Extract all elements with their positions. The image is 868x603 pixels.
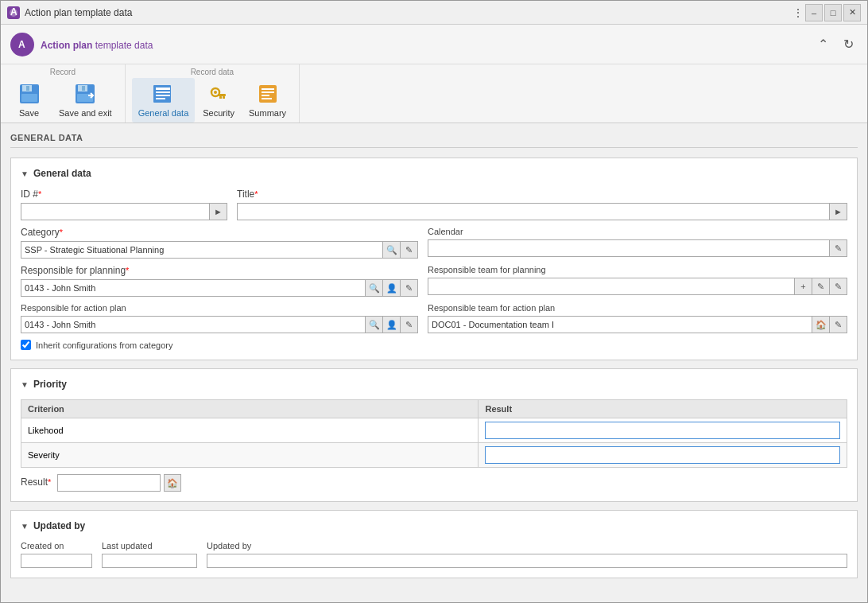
resp-team-edit2-button[interactable]: ✎ [830,278,847,295]
security-icon [206,81,231,107]
collapse-arrow-general: ▼ [21,169,29,178]
responsible-planning-row: Responsible for planning* 🔍 👤 ✎ Responsi… [21,265,847,297]
refresh-button[interactable]: ↻ [839,35,858,54]
criterion-header: Criterion [21,400,479,418]
likehood-result-cell [479,418,847,443]
save-button[interactable]: Save [7,78,51,123]
resp-team-action-select-group: DOC01 - Documentation team I 🏠 ✎ [428,316,847,333]
record-group-label: Record [7,68,118,76]
created-on-group: Created on [21,541,92,568]
save-and-exit-label: Save and exit [59,108,112,118]
main-window: A Action plan template data ⋮ – □ ✕ A Ac… [0,0,868,603]
summary-icon [255,81,281,107]
result-label: Result* [21,477,51,488]
save-label: Save [19,108,39,118]
resp-team-action-home-button[interactable]: 🏠 [812,316,830,333]
minimize-button[interactable]: – [805,4,823,21]
id-browse-button[interactable]: ► [210,203,227,220]
resp-planning-input[interactable] [21,279,366,297]
category-required: * [60,228,63,237]
calendar-field-group: Calendar ✎ [428,227,847,259]
restore-button[interactable]: □ [824,4,842,21]
app-title-rest: template data [92,40,153,51]
resp-action-edit-button[interactable]: ✎ [401,316,418,333]
category-edit-button[interactable]: ✎ [401,241,418,259]
priority-panel: ▼ Priority Criterion Result Likehood [10,368,858,502]
general-data-button[interactable]: General data [132,78,196,123]
result-input-group: 🏠 [57,474,181,492]
id-label: ID #* [21,189,227,200]
resp-planning-person-button[interactable]: 👤 [383,279,401,297]
record-data-buttons: General data Security [132,78,293,123]
svg-rect-20 [218,94,226,96]
app-title-colored: Action plan [41,40,92,51]
updated-by-input[interactable] [207,554,847,568]
priority-title-text: Priority [33,379,67,390]
resp-team-action-select[interactable]: DOC01 - Documentation team I [428,316,812,333]
summary-label: Summary [249,108,286,118]
likehood-cell: Likehood [21,418,479,443]
svg-rect-23 [259,85,277,103]
resp-planning-search-button[interactable]: 🔍 [366,279,383,297]
updated-by-section-title[interactable]: ▼ Updated by [21,520,847,531]
svg-rect-21 [223,96,225,99]
result-lookup-button[interactable]: 🏠 [164,474,181,492]
resp-planning-label: Responsible for planning* [21,265,418,276]
resp-action-input[interactable] [21,316,366,333]
result-input[interactable] [57,474,161,492]
last-updated-group: Last updated [102,541,197,568]
title-bar-left: A Action plan template data [7,6,132,19]
resp-team-action-group: Responsible team for action plan DOC01 -… [428,303,847,333]
summary-button[interactable]: Summary [242,78,293,123]
resp-team-action-edit-button[interactable]: ✎ [830,316,847,333]
resp-planning-required: * [126,266,129,275]
table-row: Severity [21,443,847,468]
resp-action-group: Responsible for action plan 🔍 👤 ✎ [21,303,418,333]
result-header: Result [479,400,847,418]
title-browse-button[interactable]: ► [830,203,847,220]
severity-select[interactable] [485,446,840,464]
created-on-label: Created on [21,541,92,550]
title-label: Title* [237,189,847,200]
window-controls: ⋮ – □ ✕ [792,4,861,21]
save-and-exit-icon [72,81,98,107]
close-button[interactable]: ✕ [843,4,861,21]
more-options-button[interactable]: ⋮ [792,4,804,21]
record-data-group-label: Record data [132,68,293,76]
priority-section-title[interactable]: ▼ Priority [21,379,847,390]
likehood-select[interactable] [485,422,840,439]
resp-team-planning-group: Responsible team for planning + ✎ ✎ [428,265,847,297]
updated-by-panel: ▼ Updated by Created on Last updated Upd… [10,510,858,578]
last-updated-input[interactable] [102,554,197,568]
id-input-group: ► [21,203,227,220]
inherit-checkbox-label: Inherit configurations from category [36,340,172,350]
svg-point-19 [214,91,217,94]
toolbar-record-group: Record Save [1,64,126,123]
resp-team-edit-button[interactable]: ✎ [812,278,830,295]
resp-team-planning-select[interactable] [428,278,795,295]
calendar-select[interactable] [428,239,830,257]
category-label: Category* [21,227,418,238]
created-on-input[interactable] [21,554,92,568]
collapse-button[interactable]: ⌃ [813,35,832,54]
category-input[interactable] [21,241,383,259]
resp-action-search-button[interactable]: 🔍 [366,316,383,333]
likehood-select-group [485,422,840,439]
priority-table: Criterion Result Likehood [21,399,847,468]
id-input[interactable] [21,203,210,220]
calendar-edit-button[interactable]: ✎ [830,239,847,257]
security-button[interactable]: Security [196,78,241,123]
main-content: GENERAL DATA ▼ General data ID #* ► [1,123,867,602]
save-and-exit-button[interactable]: Save and exit [52,78,118,123]
resp-planning-edit-button[interactable]: ✎ [401,279,418,297]
inherit-checkbox[interactable] [21,340,31,350]
svg-rect-16 [156,95,170,96]
title-input[interactable] [237,203,830,220]
section-header-label: GENERAL DATA [10,133,858,148]
category-search-button[interactable]: 🔍 [383,241,401,259]
svg-rect-24 [262,88,274,90]
resp-action-person-button[interactable]: 👤 [383,316,401,333]
svg-rect-14 [156,88,170,90]
resp-team-add-button[interactable]: + [795,278,812,295]
general-data-section-title[interactable]: ▼ General data [21,168,847,179]
